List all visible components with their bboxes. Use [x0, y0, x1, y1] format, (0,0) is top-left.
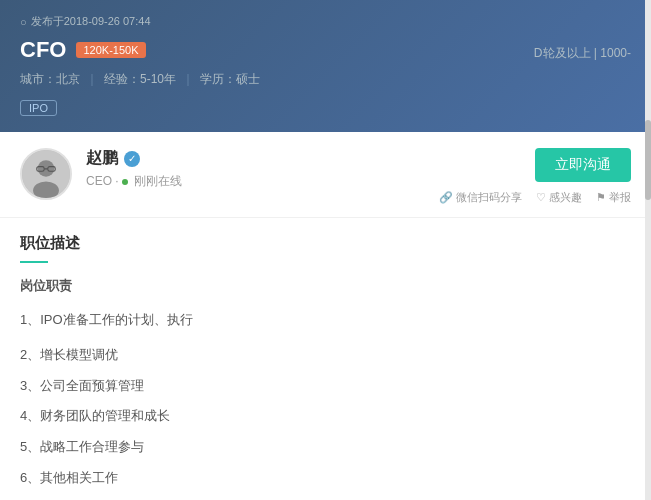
list-item: 4、财务团队的管理和成长	[20, 401, 631, 432]
list-item: 5、战略工作合理参与	[20, 432, 631, 463]
list-item: 6、其他相关工作	[20, 463, 631, 494]
meta-edu: 学历：硕士	[200, 71, 260, 88]
job-title: CFO	[20, 37, 66, 63]
profile-header: 赵鹏 ✓ CEO · 刚刚在线 立即沟通 🔗 微信扫码分享 ♡	[0, 132, 651, 218]
heart-icon: ♡	[536, 191, 546, 204]
list-item: 2、增长模型调优	[20, 340, 631, 371]
tag-ipo: IPO	[20, 98, 631, 116]
action-links: 🔗 微信扫码分享 ♡ 感兴趣 ⚑ 举报	[439, 190, 631, 205]
avatar	[20, 148, 72, 200]
highlighted-item: 1、IPO准备工作的计划、执行	[20, 312, 193, 327]
header-banner: ○ 发布于2018-09-26 07:44 CFO 120K-150K 城市：北…	[0, 0, 651, 132]
right-meta: D轮及以上 | 1000-	[534, 45, 631, 62]
main-content: 职位描述 岗位职责 1、IPO准备工作的计划、执行 2、增长模型调优 3、公司全…	[0, 218, 651, 500]
clock-icon: ○	[20, 16, 27, 28]
publish-time-text: 发布于2018-09-26 07:44	[31, 14, 151, 29]
share-icon: 🔗	[439, 191, 453, 204]
interest-link[interactable]: ♡ 感兴趣	[536, 190, 582, 205]
meta-exp: 经验：5-10年	[104, 71, 176, 88]
job-list: 1、IPO准备工作的计划、执行 2、增长模型调优 3、公司全面预算管理 4、财务…	[20, 305, 631, 494]
publish-time-row: ○ 发布于2018-09-26 07:44	[20, 14, 631, 29]
salary-badge: 120K-150K	[76, 42, 145, 58]
user-name: 赵鹏	[86, 148, 118, 169]
content-area: 赵鹏 ✓ CEO · 刚刚在线 立即沟通 🔗 微信扫码分享 ♡	[0, 132, 651, 500]
scrollbar-thumb[interactable]	[645, 120, 651, 200]
section-underline	[20, 261, 48, 263]
chat-button[interactable]: 立即沟通	[535, 148, 631, 182]
verify-icon: ✓	[124, 151, 140, 167]
online-dot	[122, 179, 128, 185]
flag-icon: ⚑	[596, 191, 606, 204]
action-buttons: 立即沟通 🔗 微信扫码分享 ♡ 感兴趣 ⚑ 举报	[439, 148, 631, 205]
list-item: 1、IPO准备工作的计划、执行	[20, 305, 631, 340]
sub-section-title: 岗位职责	[20, 277, 631, 295]
share-link[interactable]: 🔗 微信扫码分享	[439, 190, 522, 205]
scrollbar[interactable]	[645, 0, 651, 500]
report-link[interactable]: ⚑ 举报	[596, 190, 631, 205]
profile-info: 赵鹏 ✓ CEO · 刚刚在线	[86, 148, 439, 190]
job-meta: 城市：北京 ｜ 经验：5-10年 ｜ 学历：硕士	[20, 71, 631, 88]
section-title: 职位描述	[20, 234, 631, 253]
list-item: 3、公司全面预算管理	[20, 371, 631, 402]
meta-city: 城市：北京	[20, 71, 80, 88]
user-name-row: 赵鹏 ✓	[86, 148, 439, 169]
highlighted-item-wrap: 1、IPO准备工作的计划、执行	[20, 310, 631, 331]
user-role: CEO · 刚刚在线	[86, 173, 439, 190]
